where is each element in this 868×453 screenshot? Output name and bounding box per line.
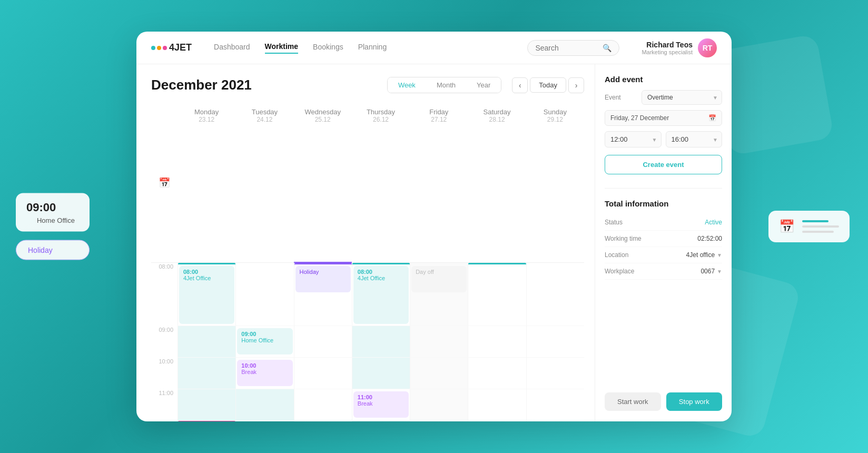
time-from-select[interactable]: 12:00 13:00 14:00 [605, 131, 662, 147]
cell-sat-11 [468, 389, 526, 421]
current-mode: Home Office [26, 215, 79, 224]
cell-fri-08: Day off [410, 263, 468, 326]
avatar[interactable]: RT [698, 38, 717, 57]
left-widgets: 09:00 Home Office Holiday [16, 193, 90, 260]
cell-thu-11: 11:00 Break [352, 389, 410, 421]
status-row: Status Active [605, 214, 722, 231]
col-wednesday: Wednesday 25.12 [294, 104, 352, 263]
cell-sat-08 [468, 263, 526, 326]
cell-sun-08 [526, 263, 584, 326]
right-panel: Add event Event Overtime Home Office 4Je… [595, 64, 732, 421]
workplace-row: Workplace 0067 ▼ [605, 263, 722, 280]
time-1200: 12:00 [151, 421, 177, 422]
cell-fri-09 [410, 326, 468, 358]
event-select[interactable]: Overtime Home Office 4Jet Office Holiday… [642, 90, 722, 105]
location-value: 4Jet office [686, 251, 715, 259]
cell-mon-10 [177, 358, 235, 389]
cell-wed-10 [294, 358, 352, 389]
cell-wed-09 [294, 326, 352, 358]
tab-week[interactable]: Week [388, 77, 426, 93]
date-icon: 📅 [708, 114, 716, 122]
calendar-header: December 2021 Week Month Year ‹ Today › [151, 77, 584, 93]
event-mon-office[interactable]: 08:00 4Jet Office [179, 266, 234, 324]
event-label: Event [605, 94, 642, 101]
app-card: 4JET Dashboard Worktime Bookings Plannin… [136, 32, 732, 421]
cell-thu-12 [352, 421, 410, 422]
line-mon [178, 263, 235, 264]
logo-text: 4JET [169, 42, 192, 53]
cell-fri-11 [410, 389, 468, 421]
view-tabs: Week Month Year [387, 77, 501, 93]
cell-mon-09 [177, 326, 235, 358]
user-text: Richard Teos Marketing specialist [642, 41, 693, 55]
right-widget: 📅 [768, 211, 850, 242]
time-1100: 11:00 [151, 389, 177, 421]
working-time-label: Working time [605, 235, 642, 242]
time-to-select[interactable]: 16:00 17:00 18:00 [666, 131, 723, 147]
nav-worktime[interactable]: Worktime [265, 42, 299, 54]
user-name: Richard Teos [642, 41, 693, 49]
cell-tue-12 [235, 421, 293, 422]
tab-month[interactable]: Month [426, 77, 466, 93]
calendar-title: December 2021 [151, 77, 377, 93]
cell-thu-08: 08:00 4Jet Office [352, 263, 410, 326]
nav-dashboard[interactable]: Dashboard [214, 43, 250, 53]
col-monday: Monday 23.12 [177, 104, 235, 263]
cell-sun-10 [526, 358, 584, 389]
widget-lines [802, 220, 839, 233]
event-tue-break[interactable]: 10:00 Break [237, 360, 292, 386]
event-thu-break[interactable]: 11:00 Break [353, 391, 409, 418]
date-row[interactable]: Friday, 27 December 📅 [605, 110, 722, 126]
current-time: 09:00 [26, 201, 79, 214]
cell-tue-09: 09:00 Home Office [235, 326, 293, 358]
line-mon-break [178, 421, 235, 422]
stop-work-button[interactable]: Stop work [666, 392, 723, 411]
event-thu-office[interactable]: 08:00 4Jet Office [353, 266, 409, 324]
holiday-widget[interactable]: Holiday [16, 240, 90, 260]
add-event-title: Add event [605, 75, 722, 84]
cell-fri-10 [410, 358, 468, 389]
calendar-section: December 2021 Week Month Year ‹ Today › … [136, 64, 595, 421]
widget-line-3 [802, 231, 834, 233]
cell-sun-11 [526, 389, 584, 421]
create-event-button[interactable]: Create event [605, 155, 722, 174]
location-select-wrap[interactable]: 4Jet office ▼ [686, 251, 722, 259]
time-to-wrap[interactable]: 16:00 17:00 18:00 ▼ [666, 131, 723, 147]
calendar-body-scroll[interactable]: 08:00 08:00 4Jet Office [151, 263, 584, 422]
search-input[interactable] [535, 44, 598, 52]
calendar-grid-header: 📅 Monday 23.12 Tuesday 24.12 Wednesday 2… [151, 104, 584, 263]
time-0800: 08:00 [151, 263, 177, 294]
working-time-value: 02:52:00 [697, 235, 722, 242]
event-tue-home[interactable]: 09:00 Home Office [237, 328, 292, 354]
calendar-widget-icon: 📅 [779, 219, 795, 234]
workplace-select-wrap[interactable]: 0067 ▼ [701, 268, 722, 275]
nav-planning[interactable]: Planning [358, 43, 387, 53]
prev-button[interactable]: ‹ [512, 77, 528, 93]
workplace-label: Workplace [605, 268, 634, 275]
logo-dot-1 [151, 46, 155, 50]
col-sunday: Sunday 29.12 [526, 104, 584, 263]
event-fri-dayoff[interactable]: Day off [411, 266, 467, 292]
total-info-section: Total information Status Active Working … [605, 199, 722, 280]
nav-bookings[interactable]: Bookings [313, 43, 343, 53]
event-select-wrap[interactable]: Overtime Home Office 4Jet Office Holiday… [642, 90, 722, 105]
total-info-title: Total information [605, 199, 722, 208]
bottom-buttons: Start work Stop work [605, 386, 722, 411]
next-button[interactable]: › [568, 77, 584, 93]
start-work-button[interactable]: Start work [605, 392, 661, 411]
time-col-header: 📅 [151, 104, 177, 263]
col-thursday: Thursday 26.12 [352, 104, 410, 263]
tab-year[interactable]: Year [466, 77, 501, 93]
logo-icon [151, 46, 167, 50]
cell-thu-09 [352, 326, 410, 358]
cell-wed-11 [294, 389, 352, 421]
col-saturday: Saturday 28.12 [468, 104, 526, 263]
today-button[interactable]: Today [530, 77, 566, 93]
event-wed-holiday[interactable]: Holiday [295, 266, 351, 292]
top-nav: 4JET Dashboard Worktime Bookings Plannin… [136, 32, 732, 64]
search-box[interactable]: 🔍 [527, 40, 619, 56]
calendar-body: 08:00 08:00 4Jet Office [151, 263, 584, 422]
time-from-wrap[interactable]: 12:00 13:00 14:00 ▼ [605, 131, 662, 147]
user-info: Richard Teos Marketing specialist RT [642, 38, 717, 57]
location-label: Location [605, 251, 628, 259]
